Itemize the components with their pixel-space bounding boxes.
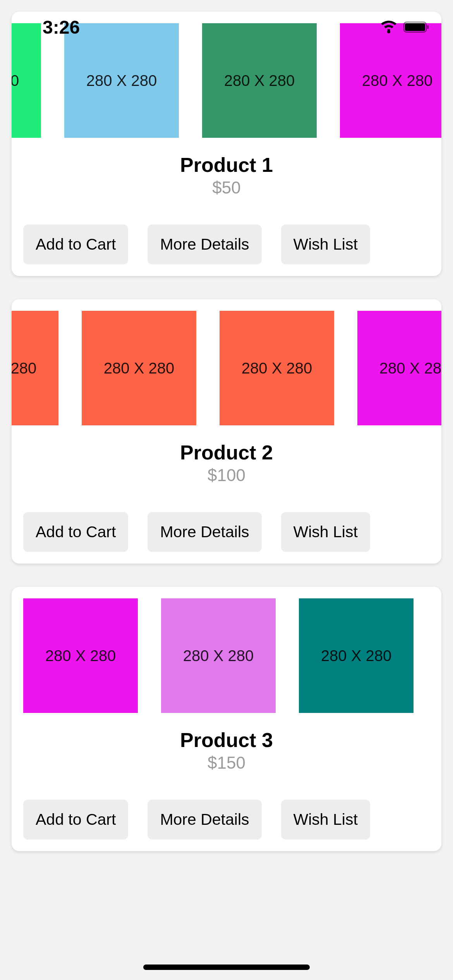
battery-icon	[403, 21, 430, 33]
product-price: $50	[12, 178, 441, 197]
placeholder-image: 280 X 280	[12, 23, 41, 138]
svg-rect-2	[405, 23, 425, 31]
svg-point-0	[387, 30, 390, 33]
placeholder-image: 280 X 280	[64, 23, 179, 138]
wish-list-button[interactable]: Wish List	[281, 800, 370, 840]
product-title: Product 2	[12, 441, 441, 464]
button-row: Add to CartMore DetailsWish List	[12, 197, 441, 276]
home-indicator	[143, 965, 310, 970]
product-card: 280 X 280280 X 280280 X 280280 X 280Prod…	[12, 12, 441, 276]
product-card: 280 X 280280 X 280280 X 280280 X 280Prod…	[12, 299, 441, 564]
product-title: Product 1	[12, 153, 441, 176]
placeholder-image: 280 X 280	[220, 311, 334, 425]
more-details-button[interactable]: More Details	[148, 512, 261, 552]
image-carousel[interactable]: 280 X 280280 X 280280 X 280	[12, 587, 441, 725]
wish-list-button[interactable]: Wish List	[281, 224, 370, 264]
placeholder-image: 280 X 280	[299, 598, 414, 713]
more-details-button[interactable]: More Details	[148, 224, 261, 264]
wish-list-button[interactable]: Wish List	[281, 512, 370, 552]
image-carousel[interactable]: 280 X 280280 X 280280 X 280280 X 280	[12, 299, 441, 437]
status-bar: 3:26	[0, 0, 453, 39]
placeholder-image: 280 X 280	[357, 311, 441, 425]
placeholder-image: 280 X 280	[202, 23, 317, 138]
button-row: Add to CartMore DetailsWish List	[12, 773, 441, 851]
status-time: 3:26	[43, 17, 80, 38]
placeholder-image: 280 X 280	[161, 598, 276, 713]
content-area: 280 X 280280 X 280280 X 280280 X 280Prod…	[0, 0, 453, 886]
add-to-cart-button[interactable]: Add to Cart	[23, 512, 128, 552]
svg-rect-3	[427, 25, 429, 29]
product-price: $100	[12, 466, 441, 485]
status-right	[380, 21, 430, 34]
placeholder-image: 280 X 280	[23, 598, 138, 713]
button-row: Add to CartMore DetailsWish List	[12, 485, 441, 564]
wifi-icon	[380, 21, 397, 34]
product-card: 280 X 280280 X 280280 X 280Product 3$150…	[12, 587, 441, 851]
add-to-cart-button[interactable]: Add to Cart	[23, 224, 128, 264]
product-title: Product 3	[12, 728, 441, 752]
add-to-cart-button[interactable]: Add to Cart	[23, 800, 128, 840]
placeholder-image: 280 X 280	[340, 23, 441, 138]
product-price: $150	[12, 753, 441, 773]
placeholder-image: 280 X 280	[82, 311, 196, 425]
more-details-button[interactable]: More Details	[148, 800, 261, 840]
placeholder-image: 280 X 280	[12, 311, 58, 425]
